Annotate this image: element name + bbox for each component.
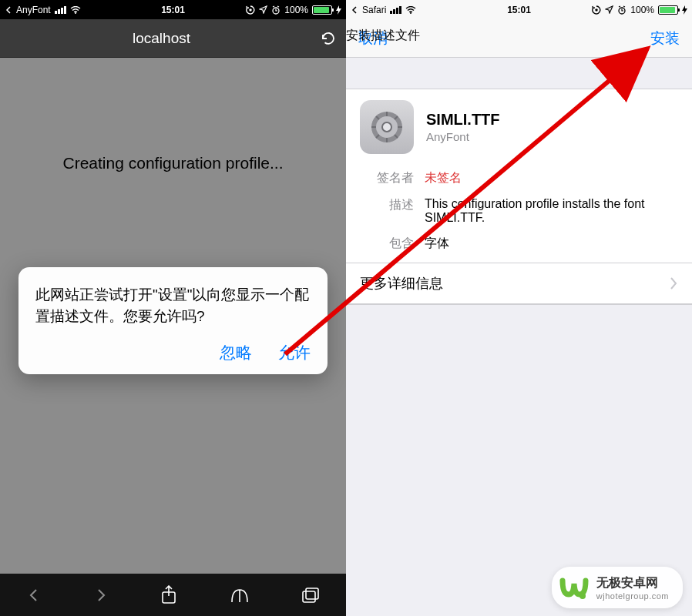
location-icon xyxy=(259,5,267,14)
svg-rect-7 xyxy=(596,8,598,11)
status-time: 15:01 xyxy=(507,5,531,15)
install-button[interactable]: 安装 xyxy=(650,28,680,49)
toolbar-tabs-icon[interactable] xyxy=(301,587,320,604)
status-time: 15:01 xyxy=(161,5,185,15)
signer-value: 未签名 xyxy=(425,170,678,186)
battery-icon xyxy=(312,5,332,15)
profile-header: SIMLI.TTF AnyFont xyxy=(346,89,692,165)
kv-row-signer: 签名者 未签名 xyxy=(346,165,692,192)
svg-rect-1 xyxy=(250,8,252,11)
profile-subtitle: AnyFont xyxy=(426,130,500,143)
alert-message: 此网站正尝试打开"设置"以向您显示一个配置描述文件。您要允许吗? xyxy=(35,284,311,326)
permission-alert: 此网站正尝试打开"设置"以向您显示一个配置描述文件。您要允许吗? 忽略 允许 xyxy=(18,267,328,374)
back-app-label[interactable]: AnyFont xyxy=(16,5,51,15)
toolbar-back-icon[interactable] xyxy=(26,588,42,603)
alarm-icon xyxy=(617,5,626,15)
more-details-label: 更多详细信息 xyxy=(360,274,443,293)
alert-allow-button[interactable]: 允许 xyxy=(278,342,311,363)
battery-icon xyxy=(658,5,678,15)
battery-pct: 100% xyxy=(630,5,654,15)
watermark-url: wjhotelgroup.com xyxy=(596,591,669,601)
status-bar: AnyFont 15:01 100% xyxy=(0,0,346,19)
back-chevron-icon[interactable] xyxy=(351,6,358,14)
url-field[interactable]: localhost xyxy=(9,30,314,47)
svg-point-21 xyxy=(579,593,586,599)
profile-settings-icon xyxy=(360,100,414,154)
kv-row-contains: 包含 字体 xyxy=(346,230,692,263)
chevron-right-icon xyxy=(669,276,678,290)
svg-rect-4 xyxy=(303,591,315,602)
orientation-lock-icon xyxy=(246,5,255,15)
toolbar-share-icon[interactable] xyxy=(160,585,177,605)
contains-label: 包含 xyxy=(360,236,414,252)
nav-title: 安装描述文件 xyxy=(346,28,420,44)
wifi-icon xyxy=(70,6,81,14)
status-bar: Safari 15:01 100% xyxy=(346,0,692,19)
svg-point-6 xyxy=(410,12,412,14)
battery-pct: 100% xyxy=(284,5,308,15)
orientation-lock-icon xyxy=(592,5,601,15)
profile-card: SIMLI.TTF AnyFont 签名者 未签名 描述 This config… xyxy=(346,89,692,305)
alarm-icon xyxy=(271,5,280,15)
desc-label: 描述 xyxy=(360,197,414,225)
svg-point-11 xyxy=(382,122,391,132)
reload-icon[interactable] xyxy=(320,30,337,47)
profile-title: SIMLI.TTF xyxy=(426,111,500,129)
charging-icon xyxy=(682,5,687,15)
back-chevron-icon[interactable] xyxy=(5,6,12,14)
back-app-label[interactable]: Safari xyxy=(362,5,386,15)
kv-row-description: 描述 This configuration profile installs t… xyxy=(346,192,692,230)
left-phone-screen: AnyFont 15:01 100% localhost Creating co… xyxy=(0,0,346,616)
charging-icon xyxy=(336,5,341,15)
location-icon xyxy=(605,5,613,14)
svg-rect-5 xyxy=(306,588,318,599)
watermark-brand: 无极安卓网 xyxy=(596,575,669,591)
watermark: 无极安卓网 wjhotelgroup.com xyxy=(552,567,683,608)
signal-icon xyxy=(390,6,401,14)
safari-toolbar xyxy=(0,574,346,616)
toolbar-forward-icon[interactable] xyxy=(93,588,109,603)
right-phone-screen: Safari 15:01 100% 取消 安装 安装描述文件 xyxy=(346,0,692,616)
desc-value: This configuration profile installs the … xyxy=(425,197,678,225)
svg-point-0 xyxy=(75,12,76,14)
url-bar: localhost xyxy=(0,19,346,58)
toolbar-bookmarks-icon[interactable] xyxy=(230,587,250,604)
alert-ignore-button[interactable]: 忽略 xyxy=(220,342,252,363)
signal-icon xyxy=(55,6,66,14)
more-details-row[interactable]: 更多详细信息 xyxy=(346,263,692,304)
wifi-icon xyxy=(405,6,416,14)
signer-label: 签名者 xyxy=(360,170,414,186)
watermark-logo-icon xyxy=(559,573,589,602)
contains-value: 字体 xyxy=(425,236,678,252)
